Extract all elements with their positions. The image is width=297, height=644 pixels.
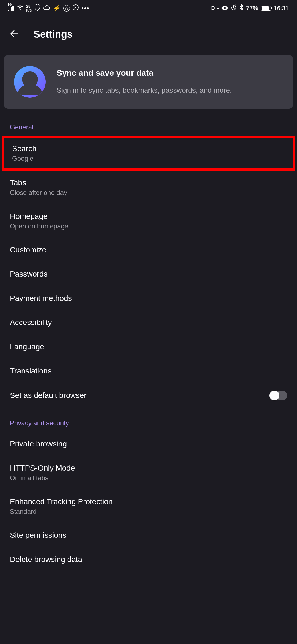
page-title: Settings bbox=[34, 29, 73, 40]
item-subtitle: Standard bbox=[10, 508, 113, 515]
item-title: Delete browsing data bbox=[10, 555, 82, 564]
settings-item-language[interactable]: Language bbox=[0, 335, 297, 359]
status-right: 77% 16:31 bbox=[211, 4, 289, 12]
item-subtitle: Open on homepage bbox=[10, 222, 68, 230]
settings-item-customize[interactable]: Customize bbox=[0, 238, 297, 262]
section-header-privacy: Privacy and security bbox=[0, 411, 297, 432]
highlight-box: Search Google bbox=[2, 136, 295, 171]
settings-item-site-permissions[interactable]: Site permissions bbox=[0, 523, 297, 547]
item-title: Enhanced Tracking Protection bbox=[10, 497, 113, 506]
back-button[interactable] bbox=[8, 28, 20, 41]
settings-item-tabs[interactable]: Tabs Close after one day bbox=[0, 171, 297, 204]
alarm-icon bbox=[231, 4, 237, 12]
settings-item-accessibility[interactable]: Accessibility bbox=[0, 310, 297, 335]
battery-icon bbox=[261, 6, 271, 11]
clock-time: 16:31 bbox=[274, 5, 289, 12]
shield-icon bbox=[34, 4, 40, 12]
charge-icon: ⚡ bbox=[53, 5, 61, 12]
svg-point-1 bbox=[211, 6, 215, 10]
number-icon: 77 bbox=[63, 5, 70, 12]
app-header: Settings bbox=[0, 17, 297, 52]
item-title: Set as default browser bbox=[10, 391, 87, 400]
settings-item-search[interactable]: Search Google bbox=[4, 138, 293, 168]
item-title: Tabs bbox=[10, 178, 67, 187]
item-title: Translations bbox=[10, 367, 51, 375]
more-icon: ••• bbox=[81, 5, 89, 12]
settings-item-payment[interactable]: Payment methods bbox=[0, 286, 297, 310]
item-title: Accessibility bbox=[10, 318, 52, 327]
section-header-general: General bbox=[0, 116, 297, 136]
settings-item-delete-data[interactable]: Delete browsing data bbox=[0, 547, 297, 572]
item-title: Search bbox=[12, 144, 37, 153]
key-icon bbox=[211, 5, 219, 12]
cloud-icon bbox=[43, 5, 50, 12]
settings-item-homepage[interactable]: Homepage Open on homepage bbox=[0, 204, 297, 238]
sync-text: Sync and save your data Sign in to sync … bbox=[57, 68, 232, 95]
bluetooth-icon bbox=[240, 4, 243, 12]
item-subtitle: On in all tabs bbox=[10, 474, 75, 482]
item-title: Language bbox=[10, 342, 44, 351]
settings-item-private-browsing[interactable]: Private browsing bbox=[0, 432, 297, 456]
settings-item-tracking[interactable]: Enhanced Tracking Protection Standard bbox=[0, 490, 297, 523]
item-title: Site permissions bbox=[10, 531, 66, 540]
item-title: Private browsing bbox=[10, 440, 67, 448]
sync-subtitle: Sign in to sync tabs, bookmarks, passwor… bbox=[57, 85, 232, 95]
item-title: Customize bbox=[10, 245, 46, 254]
item-subtitle: Google bbox=[12, 155, 37, 162]
svg-line-7 bbox=[234, 8, 235, 8]
sync-card[interactable]: Sync and save your data Sign in to sync … bbox=[4, 55, 293, 109]
network-speed: 28 K/s bbox=[26, 4, 32, 12]
leaf-icon bbox=[73, 4, 79, 12]
settings-item-default-browser[interactable]: Set as default browser bbox=[0, 383, 297, 408]
item-title: Passwords bbox=[10, 270, 48, 279]
settings-item-https-only[interactable]: HTTPS-Only Mode On in all tabs bbox=[0, 456, 297, 490]
signal-icon: 4G bbox=[8, 6, 14, 11]
battery-percent: 77% bbox=[246, 5, 258, 12]
item-title: HTTPS-Only Mode bbox=[10, 464, 75, 473]
svg-line-9 bbox=[235, 5, 236, 5]
status-left: 4G 28 K/s ⚡ 77 ••• bbox=[8, 4, 89, 12]
status-bar: 4G 28 K/s ⚡ 77 ••• bbox=[0, 0, 297, 17]
sync-title: Sync and save your data bbox=[57, 68, 232, 78]
default-browser-toggle[interactable] bbox=[270, 391, 287, 400]
item-subtitle: Close after one day bbox=[10, 189, 67, 197]
settings-item-translations[interactable]: Translations bbox=[0, 359, 297, 383]
svg-line-8 bbox=[232, 5, 232, 5]
item-title: Homepage bbox=[10, 212, 68, 221]
wifi-icon bbox=[17, 5, 23, 12]
avatar-icon bbox=[14, 66, 46, 98]
item-title: Payment methods bbox=[10, 294, 72, 303]
settings-item-passwords[interactable]: Passwords bbox=[0, 262, 297, 286]
eye-icon bbox=[221, 5, 228, 12]
